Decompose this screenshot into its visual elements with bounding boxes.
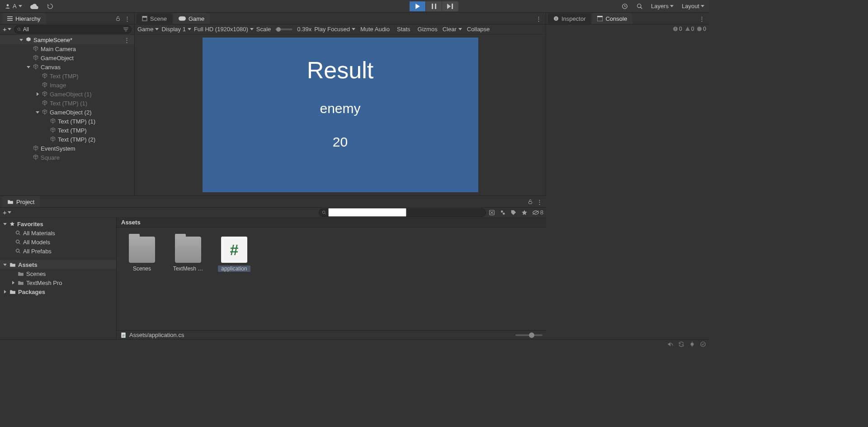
game-panel: Scene Game ⋮ Game Display 1 Full HD (192…	[135, 13, 546, 195]
step-button[interactable]	[442, 1, 458, 11]
hierarchy-item[interactable]: Square	[0, 153, 134, 162]
search-collab-icon[interactable]	[489, 209, 495, 216]
lock-icon[interactable]	[528, 199, 533, 204]
project-create-dropdown[interactable]: +	[3, 209, 11, 216]
favorite-item[interactable]: All Materials	[0, 228, 116, 237]
favorite-item[interactable]: All Models	[0, 237, 116, 247]
game-tab[interactable]: Game	[173, 13, 210, 24]
filter-by-label-icon[interactable]	[510, 209, 517, 216]
muted-icon[interactable]	[667, 341, 674, 347]
top-menu-bar: A Layers Layout	[0, 0, 709, 13]
favorites-label: Favorites	[17, 221, 43, 228]
clear-dropdown[interactable]: Clear	[443, 26, 462, 33]
hierarchy-item[interactable]: EventSystem	[0, 144, 134, 153]
hierarchy-search-input[interactable]	[23, 26, 122, 33]
project-tab[interactable]: Project	[2, 196, 40, 207]
panel-menu-button[interactable]: ⋮	[536, 15, 542, 22]
folder-icon	[129, 237, 155, 263]
packages-header[interactable]: Packages	[0, 287, 116, 296]
hierarchy-item[interactable]: GameObject (2)	[0, 108, 134, 117]
chevron-down-icon	[19, 5, 22, 7]
console-tab[interactable]: Console	[592, 13, 632, 24]
mode-label: Game	[137, 26, 153, 33]
panel-menu-button[interactable]: ⋮	[124, 15, 131, 22]
hierarchy-item[interactable]: Text (TMP) (1)	[0, 117, 134, 126]
game-icon	[179, 16, 186, 21]
search-filter-icon[interactable]	[123, 27, 128, 32]
item-label: Text (TMP) (1)	[58, 118, 95, 125]
global-search-button[interactable]	[634, 2, 646, 11]
hierarchy-item[interactable]: GameObject	[0, 53, 134, 62]
warning-count[interactable]: 0	[685, 26, 694, 32]
debug-icon[interactable]	[689, 341, 695, 347]
scene-tab[interactable]: Scene	[137, 13, 172, 24]
project-search[interactable]	[319, 209, 486, 217]
collapse-toggle[interactable]: Collapse	[465, 26, 492, 33]
layout-dropdown[interactable]: Layout	[679, 2, 707, 11]
filter-by-type-icon[interactable]	[500, 209, 506, 216]
mute-audio-toggle[interactable]: Mute Audio	[358, 26, 392, 33]
hierarchy-item[interactable]: Text (TMP) (2)	[0, 135, 134, 144]
hierarchy-item[interactable]: Image	[0, 81, 134, 90]
progress-icon[interactable]	[700, 341, 706, 347]
asset-folder-item[interactable]: Scenes	[0, 269, 116, 278]
play-focused-label: Play Focused	[314, 26, 350, 33]
pause-button[interactable]	[426, 1, 442, 11]
project-search-input[interactable]	[328, 208, 406, 217]
auto-refresh-icon[interactable]	[678, 341, 684, 347]
create-dropdown[interactable]: +	[3, 25, 11, 33]
scale-slider[interactable]	[275, 28, 292, 30]
result-title: Result	[307, 57, 373, 84]
search-icon	[17, 27, 21, 32]
play-focused-dropdown[interactable]: Play Focused	[314, 26, 355, 33]
lock-icon[interactable]	[115, 16, 121, 21]
display-dropdown[interactable]: Display 1	[161, 26, 191, 33]
project-breadcrumb[interactable]: Assets	[117, 218, 546, 228]
resolution-dropdown[interactable]: Full HD (1920x1080)	[194, 26, 254, 33]
right-panel: Inspector Console ⋮ 0 0 0	[546, 13, 709, 339]
gameobject-icon	[50, 118, 56, 124]
layout-label: Layout	[682, 3, 699, 9]
gameobject-icon	[42, 73, 48, 79]
project-item[interactable]: TextMesh …	[172, 237, 204, 272]
thumbnail-size-slider[interactable]	[515, 334, 542, 336]
undo-history-button[interactable]	[618, 2, 631, 11]
cloud-button[interactable]	[28, 2, 41, 11]
hierarchy-item[interactable]: Main Camera	[0, 44, 134, 53]
play-button[interactable]	[410, 1, 426, 11]
gizmos-toggle[interactable]: Gizmos	[415, 26, 440, 33]
hierarchy-search[interactable]	[14, 25, 132, 33]
panel-menu-button[interactable]: ⋮	[699, 15, 705, 22]
svg-line-37	[671, 343, 673, 346]
info-count[interactable]: 0	[697, 26, 706, 32]
panel-menu-button[interactable]: ⋮	[537, 199, 542, 205]
play-controls	[410, 1, 458, 11]
inspector-tab[interactable]: Inspector	[548, 13, 591, 24]
scene-menu-button[interactable]: ⋮	[122, 37, 132, 43]
account-dropdown[interactable]: A	[2, 2, 25, 11]
hierarchy-item[interactable]: Text (TMP)	[0, 71, 134, 81]
favorite-icon[interactable]	[521, 209, 528, 216]
assets-header[interactable]: Assets	[0, 260, 116, 269]
hierarchy-item[interactable]: Canvas	[0, 62, 134, 71]
asset-folder-item[interactable]: TextMesh Pro	[0, 278, 116, 287]
hierarchy-item[interactable]: GameObject (1)	[0, 90, 134, 99]
hidden-items-toggle[interactable]: 8	[532, 209, 543, 216]
hierarchy-item[interactable]: Text (TMP)	[0, 126, 134, 135]
game-canvas: Result enemy 20	[203, 38, 478, 192]
favorites-header[interactable]: Favorites	[0, 219, 116, 228]
project-item[interactable]: #application	[218, 237, 250, 272]
stats-toggle[interactable]: Stats	[395, 26, 413, 33]
folder-icon	[9, 262, 16, 267]
history-menu-button[interactable]	[44, 2, 57, 11]
error-count[interactable]: 0	[673, 26, 682, 32]
hierarchy-item[interactable]: Text (TMP) (1)	[0, 99, 134, 108]
project-item[interactable]: Scenes	[126, 237, 158, 272]
favorite-item[interactable]: All Prefabs	[0, 247, 116, 256]
hierarchy-tab[interactable]: Hierarchy	[2, 13, 46, 24]
scene-row[interactable]: SampleScene* ⋮	[0, 35, 134, 44]
unity-icon	[25, 37, 32, 43]
cloud-icon	[30, 3, 38, 9]
layers-dropdown[interactable]: Layers	[648, 2, 676, 11]
game-mode-dropdown[interactable]: Game	[137, 26, 159, 33]
